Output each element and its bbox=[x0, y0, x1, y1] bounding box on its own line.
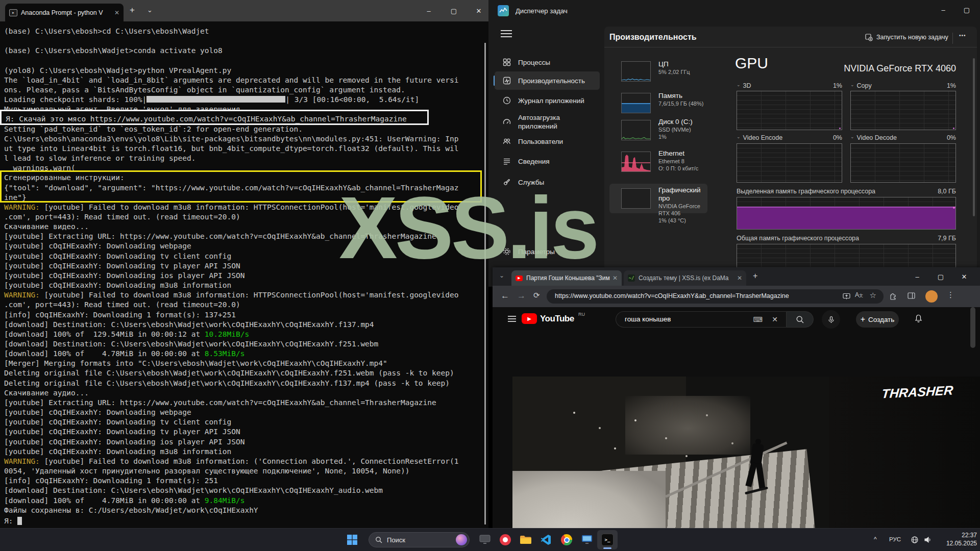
start-button[interactable] bbox=[342, 530, 362, 549]
extensions-puzzle-icon[interactable] bbox=[889, 291, 897, 300]
terminal-line: (base) C:\Users\ebosh>cd C:\Users\ebosh\… bbox=[4, 27, 484, 36]
chevron-down-icon[interactable]: ⌄ bbox=[737, 134, 741, 141]
tab-close-icon[interactable]: ✕ bbox=[737, 274, 742, 282]
terminal-window: ▸ Anaconda Prompt - python V ✕ + ⌄ – ▢ ✕… bbox=[0, 0, 488, 528]
terminal-close-button[interactable]: ✕ bbox=[470, 3, 487, 18]
notifications-bell-icon[interactable] bbox=[914, 314, 923, 323]
reload-icon[interactable]: ⟳ bbox=[533, 291, 540, 300]
browser-tab-xss[interactable]: ~/ Создать тему | XSS.is (ex DaMa ✕ bbox=[624, 270, 746, 286]
terminal-tab[interactable]: ▸ Anaconda Prompt - python V ✕ bbox=[5, 4, 124, 21]
bookmark-star-icon[interactable]: ☆ bbox=[870, 291, 876, 300]
taskbar-app-display[interactable] bbox=[577, 530, 597, 549]
sidebar-item-performance[interactable]: Производительность bbox=[495, 71, 600, 90]
terminal-maximize-button[interactable]: ▢ bbox=[445, 3, 462, 18]
active-app-indicator bbox=[603, 547, 611, 549]
ethernet-card[interactable]: Ethernet Ethernet 8 О: 0 П: 0 кбит/с bbox=[658, 149, 698, 172]
page-scrollbar[interactable] bbox=[970, 307, 975, 348]
terminal-titlebar[interactable]: ▸ Anaconda Prompt - python V ✕ + ⌄ – ▢ ✕ bbox=[0, 0, 488, 21]
taskman-maximize-button[interactable]: ▢ bbox=[958, 2, 975, 17]
terminal-scrollbar[interactable] bbox=[484, 43, 486, 524]
url-text[interactable]: https://www.youtube.com/watch?v=cOqIHExa… bbox=[555, 292, 789, 299]
taskbar-search-box[interactable]: Поиск bbox=[369, 532, 470, 547]
chrome-icon bbox=[561, 534, 572, 545]
search-button[interactable] bbox=[786, 311, 814, 328]
volume-icon[interactable] bbox=[924, 536, 932, 544]
chevron-down-icon[interactable]: ⌄ bbox=[850, 82, 854, 89]
network-icon[interactable] bbox=[911, 536, 919, 544]
tray-chevron-icon[interactable]: ^ bbox=[874, 536, 877, 543]
hamburger-menu-icon[interactable] bbox=[501, 28, 512, 39]
hamburger-menu-icon[interactable] bbox=[507, 314, 517, 324]
terminal-line: [youtube] cOqIHExaxhY: Downloading m3u8 … bbox=[4, 447, 484, 457]
voice-search-button[interactable] bbox=[822, 310, 840, 329]
keyboard-icon[interactable]: ⌨ bbox=[753, 316, 763, 323]
chevron-down-icon[interactable]: ⌄ bbox=[850, 134, 854, 141]
dedicated-memory-value: 8,0 ГБ bbox=[938, 188, 956, 195]
disk-card[interactable]: Диск 0 (C:) SSD (NVMe) 1% bbox=[658, 118, 693, 140]
new-tab-button[interactable]: + bbox=[753, 271, 757, 281]
youtube-logo-icon[interactable]: ▶ bbox=[522, 313, 537, 324]
forward-icon[interactable]: → bbox=[517, 291, 526, 301]
side-panel-icon[interactable] bbox=[907, 291, 916, 300]
sidebar-item-services[interactable]: Службы bbox=[495, 173, 600, 191]
language-indicator[interactable]: РУС bbox=[889, 536, 901, 542]
chevron-down-icon[interactable]: ⌄ bbox=[737, 82, 741, 89]
taskbar-app-media[interactable] bbox=[475, 530, 495, 549]
sidebar-label: Сведения bbox=[518, 158, 550, 165]
sidebar-item-app-history[interactable]: Журнал приложений bbox=[495, 91, 600, 110]
youtube-favicon: ▶ bbox=[516, 276, 523, 281]
video-player[interactable]: THRASHER bbox=[512, 377, 980, 528]
search-input-value[interactable]: гоша конышев bbox=[625, 315, 671, 323]
new-tab-button[interactable]: + bbox=[130, 5, 135, 15]
clock[interactable]: 22:37 12.05.2025 bbox=[942, 531, 977, 547]
taskbar-app-vscode[interactable] bbox=[536, 530, 556, 549]
sidebar-label: Производительность bbox=[518, 77, 585, 85]
browser-maximize-button[interactable]: ▢ bbox=[932, 269, 949, 284]
send-to-device-icon[interactable] bbox=[842, 292, 851, 300]
tab-close-icon[interactable]: ✕ bbox=[612, 274, 618, 282]
disk-thumbnail-chart[interactable] bbox=[621, 120, 651, 140]
browser-close-button[interactable]: ✕ bbox=[955, 269, 973, 284]
profile-avatar[interactable] bbox=[925, 290, 938, 303]
taskman-minimize-button[interactable]: – bbox=[935, 2, 952, 17]
memory-card[interactable]: Память 7,6/15,9 ГБ (48%) bbox=[658, 92, 703, 107]
clear-search-icon[interactable]: ✕ bbox=[772, 315, 778, 323]
ethernet-thumbnail-chart[interactable] bbox=[621, 152, 651, 172]
cpu-thumbnail-chart[interactable] bbox=[621, 61, 651, 82]
tab-dropdown-icon[interactable]: ⌄ bbox=[147, 6, 153, 14]
sidebar-item-processes[interactable]: Процессы bbox=[495, 53, 600, 71]
translate-icon[interactable]: A文 bbox=[855, 291, 863, 298]
taskbar-app-record[interactable] bbox=[495, 530, 516, 549]
address-bar[interactable]: https://www.youtube.com/watch?v=cOqIHExa… bbox=[547, 289, 884, 304]
memory-thumbnail-chart[interactable] bbox=[621, 93, 651, 113]
gpu-decode-value: 0% bbox=[947, 134, 956, 141]
gpu-card-sub2: 1% (43 °C) bbox=[658, 217, 707, 224]
back-icon[interactable]: ← bbox=[501, 291, 509, 301]
sidebar-item-startup-apps[interactable]: Автозагрузкаприложений bbox=[495, 110, 600, 134]
taskbar-app-chrome[interactable] bbox=[556, 530, 577, 549]
sidebar-item-details[interactable]: Сведения bbox=[495, 152, 600, 170]
menu-kebab-icon[interactable]: ⋮ bbox=[947, 290, 954, 299]
sidebar-item-users[interactable]: Пользователи bbox=[495, 132, 600, 151]
tab-close-icon[interactable]: ✕ bbox=[114, 9, 119, 16]
browser-minimize-button[interactable]: – bbox=[909, 269, 926, 284]
taskbar: Поиск >_ ^ РУС bbox=[0, 528, 980, 551]
youtube-logo-text[interactable]: YouTube bbox=[540, 314, 574, 324]
terminal-minimize-button[interactable]: – bbox=[420, 3, 437, 18]
browser-tab-youtube[interactable]: ▶ Партия Гоши Конышева "Зим ✕ bbox=[511, 270, 622, 286]
tab-search-chevron-icon[interactable]: ⌄ bbox=[499, 272, 504, 279]
search-input[interactable]: гоша конышев ⌨ ✕ bbox=[616, 311, 786, 328]
panel-scrollbar[interactable] bbox=[973, 58, 975, 216]
taskbar-app-explorer[interactable] bbox=[516, 530, 536, 549]
taskbar-app-terminal-active[interactable]: >_ bbox=[597, 530, 618, 549]
gpu-card-selected[interactable]: Графический про NVIDIA GeForce RTX 406 1… bbox=[609, 184, 707, 213]
cpu-card[interactable]: ЦП 5% 2,02 ГГц bbox=[658, 60, 690, 76]
create-button[interactable]: + Создать bbox=[856, 311, 899, 328]
sidebar-item-settings[interactable]: Параметры bbox=[495, 242, 600, 261]
red-circle-icon bbox=[500, 534, 511, 545]
more-options-button[interactable]: ••• bbox=[959, 33, 966, 38]
terminal-line: [youtube] cOqIHExaxhY: Downloading tv cl… bbox=[4, 252, 484, 261]
run-new-task-button[interactable]: Запустить новую задачу bbox=[865, 33, 948, 41]
youtube-region-label: RU bbox=[578, 312, 585, 317]
console-window-icon: ▸ bbox=[9, 9, 17, 16]
